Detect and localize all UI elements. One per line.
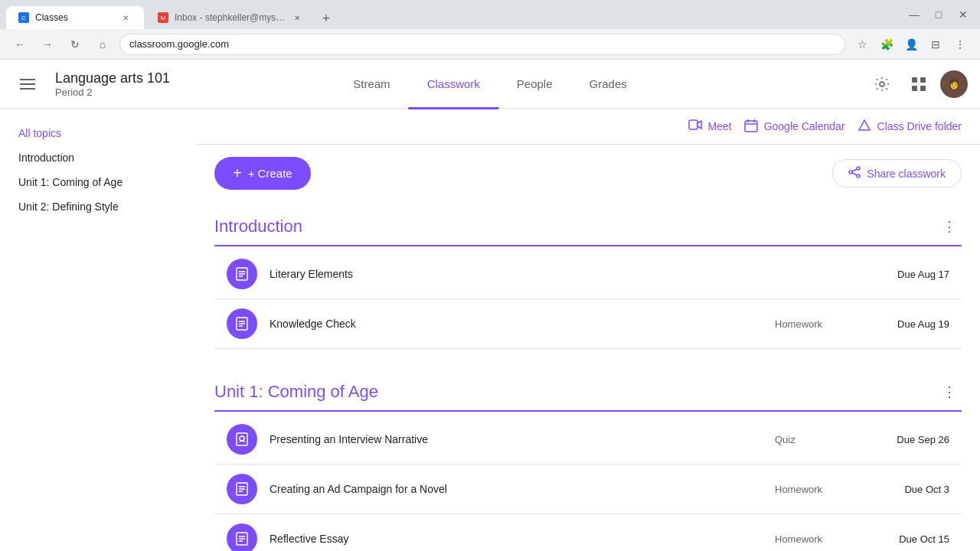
section-unit1-title: Unit 1: Coming of Age [214,382,378,402]
extensions-icon[interactable]: 🧩 [876,34,897,55]
svg-rect-4 [912,77,917,83]
reflective-essay-icon [227,523,257,551]
create-plus-icon: + [233,165,242,182]
svg-rect-5 [920,77,926,83]
back-button[interactable]: ← [9,34,31,55]
classes-favicon: C [18,12,29,23]
sidebar-icon[interactable]: ⊟ [925,34,946,55]
ad-campaign-icon [227,474,257,504]
tab-gmail-label: Inbox - stephkeller@myschool.edu [175,12,286,23]
class-drive-folder-button[interactable]: Class Drive folder [858,119,962,135]
assignment-knowledge-check[interactable]: Knowledge Check Homework Due Aug 19 [214,299,962,349]
section-introduction-menu[interactable]: ⋮ [937,214,962,239]
share-classwork-button[interactable]: Share classwork [832,159,962,187]
create-row: + + Create Share classwork [214,157,962,190]
app-name: Language arts 101 [55,70,170,86]
tab-grades[interactable]: Grades [571,60,645,109]
app-header: Language arts 101 Period 2 Stream Classw… [0,60,980,109]
gmail-favicon: M [158,12,168,23]
meet-button[interactable]: Meet [688,118,732,135]
assignment-reflective-essay[interactable]: Reflective Essay Homework Due Oct 15 [214,514,962,551]
meet-icon [688,118,702,135]
svg-point-3 [880,82,884,86]
tab-people[interactable]: People [498,60,571,109]
home-button[interactable]: ⌂ [92,34,113,55]
share-icon [848,166,861,181]
knowledge-check-name: Knowledge Check [270,318,775,330]
assignment-ad-campaign[interactable]: Creating an Ad Campaign for a Novel Home… [214,465,962,514]
section-unit1-header: Unit 1: Coming of Age ⋮ [214,373,962,412]
svg-rect-6 [912,86,917,91]
svg-point-11 [849,171,852,174]
reflective-essay-due: Due Oct 15 [873,533,949,545]
browser-toolbar: ← → ↻ ⌂ classroom.google.com ☆ 🧩 👤 ⊟ ⋮ [0,29,980,60]
sidebar-item-unit1[interactable]: Unit 1: Coming of Age [0,170,196,194]
tab-classes[interactable]: C Classes ✕ [6,6,144,29]
reflective-essay-name: Reflective Essay [270,533,775,545]
ad-campaign-type: Homework [775,484,836,495]
address-bar[interactable]: classroom.google.com [119,34,845,55]
tab-classes-close[interactable]: ✕ [119,11,132,24]
svg-rect-15 [237,433,247,445]
bookmark-icon[interactable]: ☆ [851,34,873,55]
apps-grid-icon[interactable] [903,69,934,99]
more-options-icon[interactable]: ⋮ [949,34,971,55]
sidebar-item-all-topics[interactable]: All topics [0,121,196,145]
app-subtitle: Period 2 [55,86,170,98]
google-calendar-button[interactable]: Google Calendar [744,119,845,135]
tab-gmail[interactable]: M Inbox - stephkeller@myschool.edu ✕ [145,6,314,29]
header-left: Language arts 101 Period 2 [12,69,170,99]
tab-stream[interactable]: Stream [335,60,408,109]
app: Language arts 101 Period 2 Stream Classw… [0,60,980,551]
svg-rect-7 [920,86,926,91]
maximize-button[interactable]: □ [928,4,949,25]
ad-campaign-name: Creating an Ad Campaign for a Novel [270,483,775,495]
svg-rect-0 [20,79,35,80]
close-window-button[interactable]: ✕ [952,4,974,25]
tab-classwork[interactable]: Classwork [409,60,498,109]
app-title: Language arts 101 Period 2 [55,70,170,98]
svg-rect-9 [745,121,757,132]
new-tab-button[interactable]: + [315,8,337,29]
interview-narrative-due: Due Sep 26 [873,434,949,445]
refresh-button[interactable]: ↻ [64,34,86,55]
section-introduction: Introduction ⋮ Literary Elements [214,208,962,349]
knowledge-check-type: Homework [775,318,836,330]
user-avatar[interactable]: 👩 [940,70,968,98]
minimize-button[interactable]: — [903,4,925,25]
svg-point-12 [857,174,860,178]
drive-icon [858,119,871,135]
literary-elements-due: Due Aug 17 [873,269,949,280]
settings-icon[interactable] [867,69,897,99]
ad-campaign-due: Due Oct 3 [873,484,949,495]
create-button[interactable]: + + Create [214,157,311,190]
profile-icon[interactable]: 👤 [900,34,922,55]
header-right: 👩 [867,69,968,99]
knowledge-check-icon [227,308,257,339]
sidebar-item-unit2[interactable]: Unit 2: Defining Style [0,194,196,219]
hamburger-menu-icon[interactable] [12,69,43,99]
tab-classes-label: Classes [35,12,68,23]
section-unit1: Unit 1: Coming of Age ⋮ Presenting [214,373,962,551]
interview-narrative-icon [227,424,257,455]
section-introduction-title: Introduction [214,217,302,236]
reflective-essay-type: Homework [775,533,836,545]
svg-point-16 [240,436,244,441]
sidebar-item-introduction[interactable]: Introduction [0,145,196,170]
calendar-icon [744,119,758,135]
knowledge-check-due: Due Aug 19 [873,318,949,330]
svg-rect-2 [20,88,35,90]
svg-rect-1 [20,83,35,85]
interview-narrative-name: Presenting an Interview Narrative [270,433,775,445]
assignment-interview-narrative[interactable]: Presenting an Interview Narrative Quiz D… [214,415,962,465]
toolbar-right: ☆ 🧩 👤 ⊟ ⋮ [851,34,971,55]
content-area: + + Create Share classwork [196,145,980,551]
section-unit1-menu[interactable]: ⋮ [937,380,962,404]
assignment-literary-elements[interactable]: Literary Elements Due Aug 17 [214,249,962,299]
address-text: classroom.google.com [129,38,229,50]
sidebar: All topics Introduction Unit 1: Coming o… [0,109,196,551]
forward-button[interactable]: → [37,34,58,55]
header-nav: Stream Classwork People Grades [335,60,645,109]
literary-elements-icon [227,259,257,289]
tab-gmail-close[interactable]: ✕ [292,11,302,24]
